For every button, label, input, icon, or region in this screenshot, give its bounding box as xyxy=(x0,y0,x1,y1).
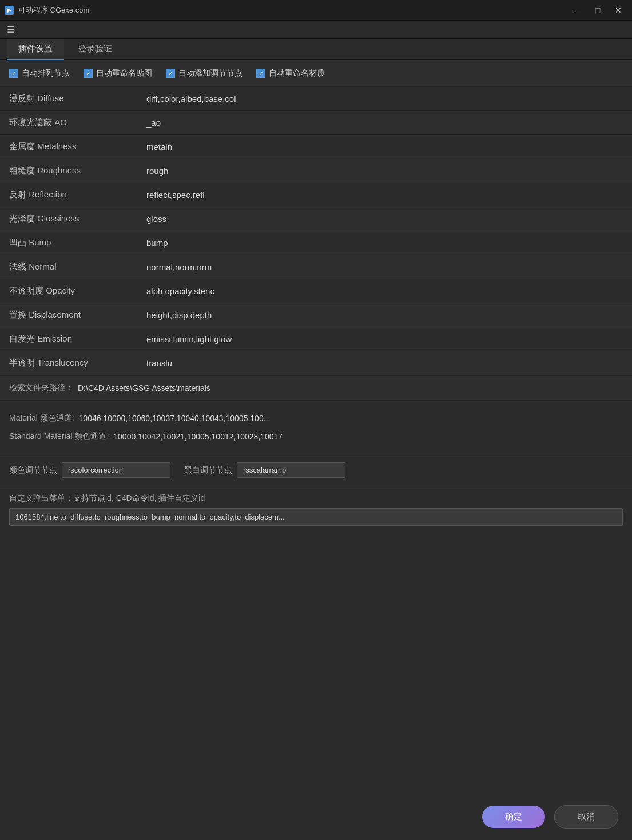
confirm-button[interactable]: 确定 xyxy=(482,806,545,828)
row-label-roughness: 粗糙度 Roughness xyxy=(0,159,137,183)
row-value-ao[interactable]: _ao xyxy=(137,111,632,135)
row-value-reflection[interactable]: reflect,spec,refl xyxy=(137,183,632,207)
cancel-button[interactable]: 取消 xyxy=(554,805,618,829)
row-label-opacity: 不透明度 Opacity xyxy=(0,279,137,303)
checkbox-auto-sort-label: 自动排列节点 xyxy=(22,68,70,78)
mono-correction-node-group: 黑白调节节点 xyxy=(184,462,345,478)
row-label-normal: 法线 Normal xyxy=(0,255,137,279)
row-value-bump[interactable]: bump xyxy=(137,231,632,255)
tab-plugin-settings[interactable]: 插件设置 xyxy=(7,39,64,60)
row-value-normal[interactable]: normal,norm,nrm xyxy=(137,255,632,279)
row-value-glossiness[interactable]: gloss xyxy=(137,207,632,231)
row-value-opacity[interactable]: alph,opacity,stenc xyxy=(137,279,632,303)
path-row: 检索文件夹路径： D:\C4D Assets\GSG Assets\materi… xyxy=(0,375,632,401)
standard-material-color-value: 10000,10042,10021,10005,10012,10028,1001… xyxy=(113,432,283,441)
tab-login-verify[interactable]: 登录验证 xyxy=(66,39,124,60)
table-row: 反射 Reflection reflect,spec,refl xyxy=(0,183,632,207)
row-label-displacement: 置换 Displacement xyxy=(0,303,137,327)
mono-correction-label: 黑白调节节点 xyxy=(184,465,232,476)
custom-menu-section: 自定义弹出菜单：支持节点id, C4D命令id, 插件自定义id xyxy=(0,486,632,533)
color-correction-node-group: 颜色调节节点 xyxy=(9,462,170,478)
table-row: 不透明度 Opacity alph,opacity,stenc xyxy=(0,279,632,303)
row-label-ao: 环境光遮蔽 AO xyxy=(0,111,137,135)
table-row: 金属度 Metalness metaln xyxy=(0,135,632,159)
table-row: 环境光遮蔽 AO _ao xyxy=(0,111,632,135)
row-label-emission: 自发光 Emission xyxy=(0,327,137,351)
checkbox-auto-rename-material[interactable]: ✓ 自动重命名材质 xyxy=(256,68,325,78)
close-button[interactable]: ✕ xyxy=(609,2,627,18)
standard-material-color-row: Standard Material 颜色通道: 10000,10042,1002… xyxy=(9,427,623,446)
color-correction-input[interactable] xyxy=(62,462,170,478)
checkbox-auto-rename-texture-icon: ✓ xyxy=(84,69,93,78)
row-value-roughness[interactable]: rough xyxy=(137,159,632,183)
checkbox-auto-add-adjust[interactable]: ✓ 自动添加调节节点 xyxy=(166,68,243,78)
settings-table: 漫反射 Diffuse diff,color,albed,base,col 环境… xyxy=(0,87,632,375)
menu-bar: ☰ xyxy=(0,21,632,39)
title-bar-left: ▶ 可动程序 CGexe.com xyxy=(5,5,89,15)
hamburger-menu-icon[interactable]: ☰ xyxy=(7,25,15,34)
checkbox-auto-rename-material-icon: ✓ xyxy=(256,69,265,78)
row-label-bump: 凹凸 Bump xyxy=(0,231,137,255)
tabs-bar: 插件设置 登录验证 xyxy=(0,39,632,60)
checkbox-auto-rename-texture[interactable]: ✓ 自动重命名贴图 xyxy=(84,68,152,78)
checkbox-auto-rename-texture-label: 自动重命名贴图 xyxy=(96,68,152,78)
minimize-button[interactable]: — xyxy=(568,2,586,18)
checkbox-auto-sort-nodes[interactable]: ✓ 自动排列节点 xyxy=(9,68,70,78)
row-label-glossiness: 光泽度 Glossiness xyxy=(0,207,137,231)
custom-menu-label: 自定义弹出菜单：支持节点id, C4D命令id, 插件自定义id xyxy=(9,493,623,504)
row-value-emission[interactable]: emissi,lumin,light,glow xyxy=(137,327,632,351)
material-color-row: Material 颜色通道: 10046,10000,10060,10037,1… xyxy=(9,409,623,427)
footer: 确定 取消 xyxy=(0,794,632,840)
custom-menu-input[interactable] xyxy=(9,508,623,526)
row-value-diffuse[interactable]: diff,color,albed,base,col xyxy=(137,87,632,111)
row-value-translucency[interactable]: translu xyxy=(137,351,632,375)
material-color-label: Material 颜色通道: xyxy=(9,413,74,423)
mono-correction-input[interactable] xyxy=(237,462,345,478)
table-row: 法线 Normal normal,norm,nrm xyxy=(0,255,632,279)
checkboxes-row: ✓ 自动排列节点 ✓ 自动重命名贴图 ✓ 自动添加调节节点 ✓ 自动重命名材质 xyxy=(0,60,632,87)
table-row: 置换 Displacement height,disp,depth xyxy=(0,303,632,327)
table-row: 自发光 Emission emissi,lumin,light,glow xyxy=(0,327,632,351)
title-bar-controls: — □ ✕ xyxy=(568,2,627,18)
table-row: 粗糙度 Roughness rough xyxy=(0,159,632,183)
table-row: 漫反射 Diffuse diff,color,albed,base,col xyxy=(0,87,632,111)
row-label-diffuse: 漫反射 Diffuse xyxy=(0,87,137,111)
maximize-button[interactable]: □ xyxy=(589,2,607,18)
checkbox-auto-sort-icon: ✓ xyxy=(9,69,18,78)
checkbox-auto-rename-material-label: 自动重命名材质 xyxy=(269,68,325,78)
path-value[interactable]: D:\C4D Assets\GSG Assets\materials xyxy=(78,383,210,393)
table-row: 凹凸 Bump bump xyxy=(0,231,632,255)
row-label-translucency: 半透明 Translucency xyxy=(0,351,137,375)
row-label-reflection: 反射 Reflection xyxy=(0,183,137,207)
title-bar-text: 可动程序 CGexe.com xyxy=(18,5,89,15)
standard-material-color-label: Standard Material 颜色通道: xyxy=(9,431,109,442)
app-icon: ▶ xyxy=(5,6,14,15)
checkbox-auto-add-adjust-icon: ✓ xyxy=(166,69,175,78)
row-value-metalness[interactable]: metaln xyxy=(137,135,632,159)
table-row: 半透明 Translucency translu xyxy=(0,351,632,375)
material-color-value: 10046,10000,10060,10037,10040,10043,1000… xyxy=(79,414,271,423)
main-content: ✓ 自动排列节点 ✓ 自动重命名贴图 ✓ 自动添加调节节点 ✓ 自动重命名材质 … xyxy=(0,60,632,579)
color-correction-label: 颜色调节节点 xyxy=(9,465,57,476)
row-value-displacement[interactable]: height,disp,depth xyxy=(137,303,632,327)
row-label-metalness: 金属度 Metalness xyxy=(0,135,137,159)
checkbox-auto-add-adjust-label: 自动添加调节节点 xyxy=(178,68,243,78)
nodes-row: 颜色调节节点 黑白调节节点 xyxy=(0,454,632,486)
title-bar: ▶ 可动程序 CGexe.com — □ ✕ xyxy=(0,0,632,21)
path-label: 检索文件夹路径： xyxy=(9,383,73,393)
material-channels-section: Material 颜色通道: 10046,10000,10060,10037,1… xyxy=(0,401,632,454)
table-row: 光泽度 Glossiness gloss xyxy=(0,207,632,231)
